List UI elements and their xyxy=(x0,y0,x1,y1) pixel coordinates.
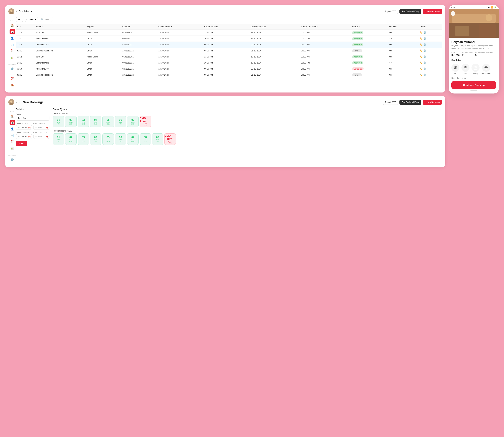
room-card[interactable]: 09 A-FF (1/2) xyxy=(152,133,163,145)
room-availability: (0/2) xyxy=(107,123,110,125)
contains-filter[interactable]: Contains ▾ xyxy=(25,17,38,22)
room-card[interactable]: CMD Room A-SF (0/1) xyxy=(164,133,176,145)
sidebar2-chart[interactable]: 📊 xyxy=(10,145,15,151)
ac-icon xyxy=(451,64,459,72)
col-checkout-time[interactable]: Check Out Time ↕ xyxy=(300,24,351,30)
add-backend-button[interactable]: Add Backend Entry xyxy=(399,9,421,14)
table-row[interactable]: 5221 Darlene Robertson Other 1851211212 … xyxy=(16,72,442,78)
guests-label: No. of Guests xyxy=(462,52,473,54)
calendar-icon-2: 📅 xyxy=(28,136,31,139)
save-button[interactable]: Save xyxy=(16,141,27,146)
delete-icon[interactable]: 🗑️ xyxy=(423,55,426,58)
room-type-group: Delux Room - $100 01 A-SF (0/2) 02 A-SF … xyxy=(53,112,442,127)
facility-wifi: Wifi xyxy=(461,64,469,75)
col-checkin-time[interactable]: Check In Time ↕ xyxy=(203,24,249,30)
sidebar-item-calendar[interactable]: 📅 xyxy=(10,29,15,34)
col-checkin-date[interactable]: Check In Date ↕ xyxy=(157,24,203,30)
col-contact[interactable]: Contact ↕ xyxy=(121,24,157,30)
name-input[interactable] xyxy=(16,116,49,121)
col-for-self[interactable]: For Self ↕ xyxy=(388,24,418,30)
room-type-text: A-FF xyxy=(131,139,135,140)
table-row[interactable]: 2321 Esther Howard Other 9941211221 15-1… xyxy=(16,60,442,66)
edit-icon[interactable]: ✏️ xyxy=(420,68,422,70)
edit-icon[interactable]: ✏️ xyxy=(420,50,422,52)
room-card[interactable]: 02 A-FF (2/2) xyxy=(65,133,77,145)
continue-booking-button[interactable]: Continue Booking xyxy=(451,81,496,89)
room-card[interactable]: 03 A-SF (1/2) xyxy=(78,116,89,127)
add-backend-button-2[interactable]: Add Backend Entry xyxy=(399,100,421,105)
sidebar2-users[interactable]: 👤 xyxy=(10,126,15,131)
col-checkout-date[interactable]: Check Out Date ↕ xyxy=(249,24,300,30)
delete-icon[interactable]: 🗑️ xyxy=(423,31,426,34)
sidebar2-settings[interactable]: ⚙️ xyxy=(10,157,15,162)
sidebar-item-chart[interactable]: 📊 xyxy=(10,54,15,60)
new-bookings-title: New Bookings xyxy=(23,100,44,104)
room-number: 02 xyxy=(69,136,72,139)
table-row[interactable]: 1212 John Doe Noida Office 9181818181 16… xyxy=(16,30,442,36)
room-card[interactable]: 06 A-FF (0/2) xyxy=(115,116,126,127)
sidebar2-home[interactable]: 🏠 xyxy=(10,113,15,119)
edit-icon[interactable]: ✏️ xyxy=(420,61,422,64)
col-region[interactable]: Region ↕ xyxy=(85,24,121,30)
table-row[interactable]: 5221 Darlene Robertson Other 1851211212 … xyxy=(16,48,442,54)
sidebar-item-docs[interactable]: 📄 xyxy=(10,42,15,47)
room-card[interactable]: 07 A-FF (0/2) xyxy=(127,133,138,145)
room-card[interactable]: 02 A-SF (2/2) xyxy=(65,116,77,127)
room-number: 05 xyxy=(107,119,109,121)
room-card[interactable]: 07 A-FF (0/2) xyxy=(127,116,138,127)
sidebar2-clock[interactable]: ⏰ xyxy=(10,139,15,144)
room-card[interactable]: CMD Room A-SF (0/1) xyxy=(139,116,151,127)
sidebar2-calendar[interactable]: 📅 xyxy=(10,120,15,125)
room-number: CMD Room xyxy=(140,117,151,123)
room-card[interactable]: 06 A-FF (2/2) xyxy=(115,133,126,145)
delete-icon[interactable]: 🗑️ xyxy=(423,74,426,76)
room-card[interactable]: 01 A-SF (0/2) xyxy=(53,116,64,127)
avatar-bottom xyxy=(8,99,14,105)
edit-icon[interactable]: ✏️ xyxy=(420,55,422,58)
hotel-address: Polycab Guest, 16 opp. Uganda petrol pum… xyxy=(451,45,496,50)
back-arrow-icon[interactable]: ← xyxy=(19,101,21,104)
edit-icon[interactable]: ✏️ xyxy=(420,31,422,34)
back-button[interactable]: ‹ xyxy=(451,11,455,16)
table-row[interactable]: 2321 Esther Howard Other 9941211221 15-1… xyxy=(16,36,442,42)
sidebar-item-users[interactable]: 👤 xyxy=(10,35,15,41)
edit-icon[interactable]: ✏️ xyxy=(420,74,422,76)
checkin-date-label: Check In Date xyxy=(16,122,32,124)
room-card[interactable]: 04 A-FF (2/2) xyxy=(90,133,101,145)
room-card[interactable]: 01 A-FF (1/2) xyxy=(53,133,64,145)
parking-icon xyxy=(472,64,480,72)
table-row[interactable]: 3213 Arlene McCoy Other 8261212111 14-10… xyxy=(16,42,442,48)
export-csv-button-2[interactable]: Export CSV xyxy=(383,100,398,105)
col-id[interactable]: ID ↕ xyxy=(16,24,35,30)
sidebar2-docs[interactable]: 📄 xyxy=(10,133,15,138)
delete-icon[interactable]: 🗑️ xyxy=(423,37,426,40)
room-type-text: A-FF xyxy=(57,139,60,140)
col-name[interactable]: Name ↕ xyxy=(35,24,85,30)
table-row[interactable]: 3213 Arlene McCoy Other 8261212111 14-10… xyxy=(16,66,442,72)
search-box[interactable]: 🔍 Search xyxy=(39,17,53,22)
sidebar-item-help[interactable]: ⏰ xyxy=(10,76,15,81)
room-availability: (1/2) xyxy=(156,140,159,142)
sidebar-item-clock[interactable]: ⏰ xyxy=(10,48,15,53)
export-csv-button[interactable]: Export CSV xyxy=(383,9,398,14)
sidebar-item-logout[interactable]: 📤 xyxy=(10,82,15,88)
delete-icon[interactable]: 🗑️ xyxy=(423,68,426,70)
delete-icon[interactable]: 🗑️ xyxy=(423,50,426,52)
table-row[interactable]: 1212 John Doe Noida Office 9181818181 16… xyxy=(16,54,442,60)
wifi-icon: 📶 xyxy=(491,6,493,9)
room-card[interactable]: 03 A-FF (1/2) xyxy=(78,133,89,145)
sidebar-item-home[interactable]: 🏠 xyxy=(10,23,15,28)
edit-icon[interactable]: ✏️ xyxy=(420,37,422,40)
delete-icon[interactable]: 🗑️ xyxy=(423,43,426,46)
room-card[interactable]: 04 A-FF (2/2) xyxy=(90,116,101,127)
sidebar-item-settings[interactable]: ⚙️ xyxy=(10,66,15,71)
room-card[interactable]: 05 A-FF (0/2) xyxy=(102,116,114,127)
new-bookings-button-2[interactable]: + New Bookings xyxy=(423,100,442,105)
id-filter[interactable]: ID ▾ xyxy=(16,17,23,22)
room-card[interactable]: 05 A-FF (2/2) xyxy=(102,133,114,145)
new-bookings-button[interactable]: + New Bookings xyxy=(423,9,442,14)
col-status[interactable]: Status ↕ xyxy=(351,24,388,30)
delete-icon[interactable]: 🗑️ xyxy=(423,61,426,64)
edit-icon[interactable]: ✏️ xyxy=(420,43,422,46)
room-card[interactable]: 08 A-FF (0/2) xyxy=(139,133,151,145)
